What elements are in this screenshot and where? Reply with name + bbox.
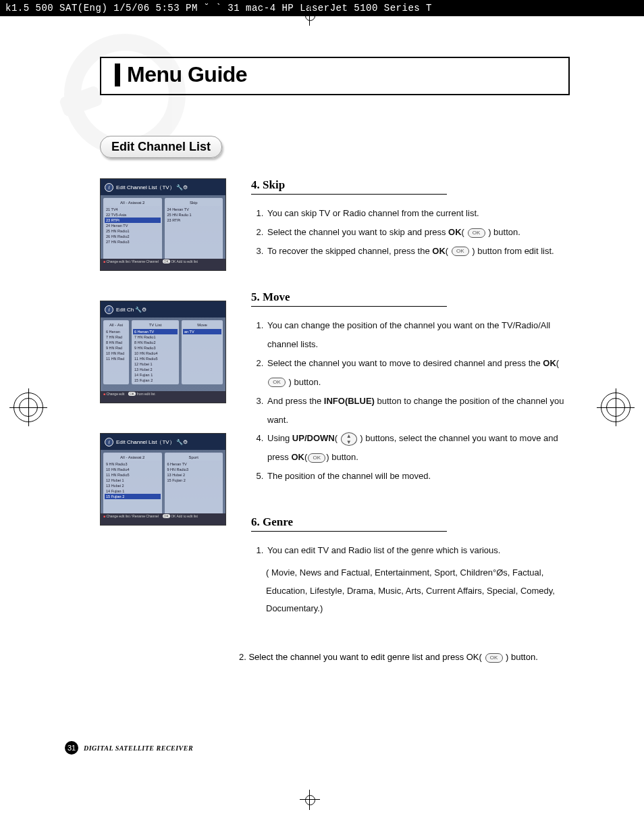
steps-genre: You can edit TV and Radio list of the ge… [251,541,570,618]
print-header-text: k1.5 500 SAT(Eng) 1/5/06 5:53 PM ˘ ` 31 … [5,3,432,14]
print-header-bar: k1.5 500 SAT(Eng) 1/5/06 5:53 PM ˘ ` 31 … [0,0,644,16]
step-item: You can edit TV and Radio list of the ge… [266,541,570,560]
footer-text: DIGITAL SATELLITE RECEIVER [84,744,193,752]
section-head-skip: 4. Skip [251,178,570,192]
section-head-genre: 6. Genre [251,515,570,529]
step-item: You can change the position of the chann… [266,316,570,354]
ok-button-icon: OK [308,453,325,463]
ok-button-icon: OK [268,378,286,387]
page-number: 31 [65,741,78,755]
step-item: 2. Select the channel you want to edit g… [239,648,570,667]
title-bar-accent [115,63,120,86]
up-down-icon: ▲▼ [341,432,357,446]
step-item: Select the channel you want to move to d… [266,354,570,392]
rule [251,193,447,195]
page-title: Menu Guide [127,62,247,86]
screenshot-skip: i Edit Channel List（TV） 🔧⚙All - Asiasat … [100,178,226,271]
rule [251,305,447,307]
title-box: Menu Guide [100,57,570,95]
screenshot-move: i Edit Ch 🔧⚙All - Asi6 Henan7 HN Rad8 HN… [100,301,226,403]
subheading-text: Edit Channel List [111,140,211,153]
ok-button-icon: OK [468,228,485,238]
step-item: Select the channel you want to skip and … [266,223,570,242]
ok-button-icon: OK [452,247,469,256]
step-item: To recover the skipped channel, press th… [266,242,570,261]
ok-button-icon: OK [485,653,503,663]
crop-mark-bottom [300,790,320,810]
page-footer: 31 DIGITAL SATELLITE RECEIVER [65,741,193,755]
section-subheading: Edit Channel List [100,136,222,158]
step-item: Using UP/DOWN( ▲▼ ) buttons, select the … [266,429,570,467]
section-head-move: 5. Move [251,290,570,304]
rule [251,530,447,532]
genre-parenthetical: ( Movie, News and Factual, Entertainment… [266,564,570,618]
steps-skip: You can skip TV or Radio channel from th… [251,204,570,261]
step-item: The position of the channel will be move… [266,467,570,486]
step-item: And press the INFO(BLUE) button to chang… [266,392,570,430]
screenshot-sort: i Edit Channel List（TV） 🔧⚙All - Asiasat … [100,433,226,526]
step-item: You can skip TV or Radio channel from th… [266,204,570,223]
steps-move: You can change the position of the chann… [251,316,570,486]
page-content: Menu Guide Edit Channel List i Edit Chan… [0,16,644,667]
